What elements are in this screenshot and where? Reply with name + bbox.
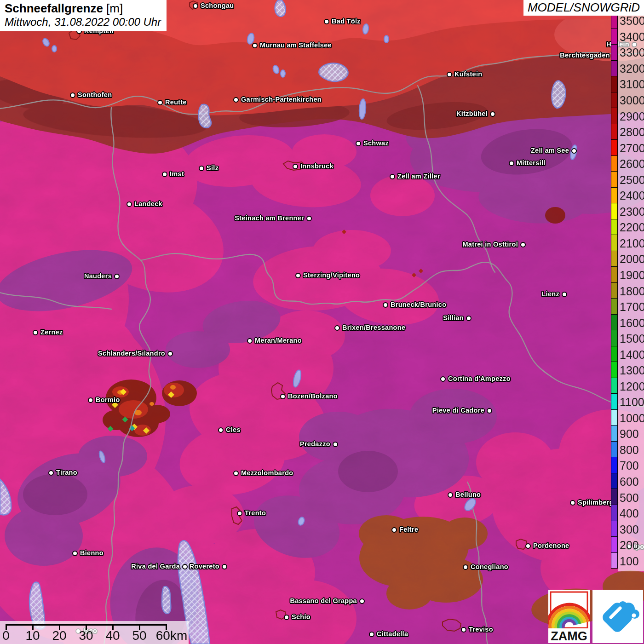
city-label: Brixen/Bressanone <box>342 324 405 331</box>
city-label: Tirano <box>56 469 77 476</box>
model-label: MODEL/SNOWGRiD <box>523 0 644 16</box>
city-dot <box>391 527 397 533</box>
colorbar-segment <box>611 521 617 537</box>
city-dot <box>233 471 239 476</box>
colorbar-segment <box>611 394 617 410</box>
colorbar-tick-label: 2700 <box>620 142 644 154</box>
colorbar-tick-label: 3400 <box>620 31 644 42</box>
title-box: Schneefallgrenze [m] Mittwoch, 31.08.202… <box>0 0 167 31</box>
city-dot <box>570 500 575 506</box>
colorbar-segment <box>611 362 617 378</box>
page-title: Schneefallgrenze [m] <box>5 1 161 16</box>
city-dot <box>390 174 395 179</box>
city-dot <box>369 632 374 637</box>
scalebar-number: 20 <box>52 628 66 643</box>
city-dot <box>114 274 120 279</box>
colorbar-tick-label: 1200 <box>620 380 644 392</box>
colorbar-tick-label: 1300 <box>620 365 644 376</box>
city-label: Imst <box>170 170 184 178</box>
colorbar-tick-label: 2200 <box>620 222 644 233</box>
colorbar-tick-label: 500 <box>620 492 639 503</box>
city-label: Trento <box>245 509 266 517</box>
city-label: Cortina d'Ampezzo <box>448 375 511 382</box>
city-label: Pieve di Cadore <box>432 407 484 414</box>
colorbar-segment <box>611 140 617 156</box>
colorbar-tick-label: 2400 <box>620 190 644 201</box>
city-label: Bad Tölz <box>332 17 361 25</box>
city-dot <box>356 141 361 146</box>
city-label: Bozen/Bolzano <box>288 392 338 400</box>
scalebar-number: 60km <box>156 628 187 643</box>
colorbar-segment <box>611 61 617 77</box>
colorbar-tick-label: 1900 <box>620 269 644 281</box>
city-label: Zernez <box>40 328 63 336</box>
city-dot <box>334 325 340 331</box>
city-label: Bruneck/Brunico <box>391 301 446 308</box>
city-label: Nauders <box>84 272 112 280</box>
city-label: Schwaz <box>363 139 389 147</box>
colorbar-segment <box>611 219 617 236</box>
colorbar-segment <box>611 553 617 569</box>
city-label: Schio <box>292 613 310 621</box>
colorbar-tick-label: 3100 <box>620 79 644 90</box>
city-dot <box>306 216 312 221</box>
city-label: Bormio <box>96 396 120 403</box>
city-dot <box>509 161 514 166</box>
city-dot <box>295 273 301 278</box>
city-dot <box>333 442 338 447</box>
city-label: Meran/Merano <box>255 337 302 344</box>
city-dot <box>447 72 452 77</box>
colorbar-segment <box>611 489 617 505</box>
colorbar-tick-label: 3000 <box>620 94 644 106</box>
city-dot <box>33 330 38 335</box>
colorbar-tick-label: 900 <box>620 428 639 440</box>
city-dot <box>293 164 298 169</box>
colorbar-segment <box>611 283 617 299</box>
city-dot <box>520 242 526 247</box>
zamg-logo: ZAMG <box>548 590 590 643</box>
city-label: Murnau am Staffelsee <box>260 41 332 49</box>
colorbar-segment <box>611 251 617 267</box>
scalebar-number: 40 <box>105 628 120 643</box>
colorbar-segment <box>611 172 617 188</box>
colorbar-tick-label: 400 <box>620 508 639 519</box>
city-label: Sonthofen <box>78 91 112 98</box>
colorbar-segment <box>611 505 617 521</box>
city-label: Lienz <box>541 290 559 298</box>
colorbar-segment <box>611 92 617 109</box>
colorbar-tick-label: 2000 <box>620 253 644 265</box>
city-label: Zell am Ziller <box>397 172 440 180</box>
city-dot <box>237 511 242 516</box>
city-label: Schongau <box>201 2 234 9</box>
colorbar-tick-label: 200 <box>620 540 639 551</box>
colorbar-segment <box>611 442 617 458</box>
colorbar-tick-label: 2800 <box>620 126 644 138</box>
colorbar-tick-label: 3500 <box>620 15 644 27</box>
city-label: Silz <box>207 164 218 172</box>
colorbar-segment <box>611 124 617 140</box>
city-dot <box>199 166 204 171</box>
city-dot <box>490 111 495 117</box>
city-dot <box>359 598 365 604</box>
city-dot <box>193 3 198 9</box>
city-label: Mezzolombardo <box>241 469 293 477</box>
city-label: Steinach am Brenner <box>235 214 304 222</box>
city-label: Reutte <box>165 98 187 106</box>
scalebar-number: 30 <box>79 628 93 643</box>
city-labels-layer: SchongauBad TölzKemptenMurnau am Staffel… <box>0 0 644 644</box>
colorbar-segment <box>611 457 617 473</box>
city-dot <box>463 564 468 570</box>
colorbar-tick-label: 700 <box>620 460 639 472</box>
colorbar-segment <box>611 346 617 362</box>
colorbar-segment <box>611 188 617 204</box>
colorbar-segment <box>611 156 617 172</box>
city-dot <box>466 316 472 321</box>
valid-datetime: Mittwoch, 31.08.2022 00:00 Uhr <box>5 16 161 29</box>
city-dot <box>461 627 466 632</box>
city-dot <box>182 564 188 569</box>
city-label: Sillian <box>443 314 464 322</box>
city-label: Mittersill <box>517 159 546 167</box>
city-label: Innsbruck <box>300 162 334 170</box>
colorbar-tick-label: 2500 <box>620 174 644 185</box>
colorbar-tick-label: 1500 <box>620 333 644 345</box>
